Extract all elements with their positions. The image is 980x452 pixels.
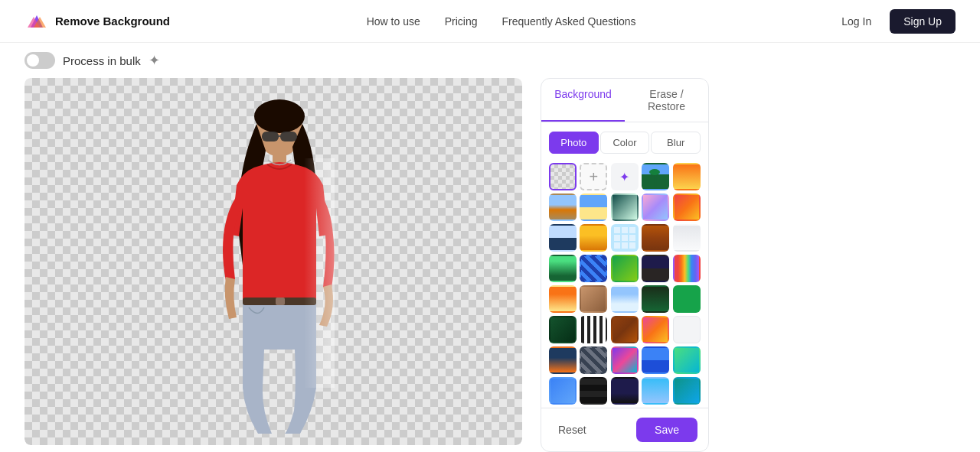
svg-point-1: [254, 99, 305, 133]
thumbnail-tropical-palms[interactable]: [673, 346, 701, 374]
nav-faq[interactable]: Frequently Asked Questions: [502, 15, 636, 28]
thumbnail-desert[interactable]: [580, 224, 607, 252]
signup-button[interactable]: Sign Up: [890, 9, 956, 34]
bg-type-color[interactable]: Color: [600, 132, 650, 154]
bg-type-tabs: Photo Color Blur: [541, 122, 708, 160]
thumbnail-zebra[interactable]: [580, 316, 607, 343]
thumbnail-wood-floor[interactable]: [611, 316, 639, 343]
thumbnail-teal-scene[interactable]: [673, 377, 701, 405]
main-content: Background Erase / Restore Photo Color B…: [0, 78, 980, 452]
thumbnail-dark-stripe[interactable]: [580, 377, 607, 405]
thumbnail-white-bg[interactable]: [673, 316, 701, 343]
thumbnail-cloud[interactable]: [673, 224, 701, 252]
bg-type-blur[interactable]: Blur: [651, 132, 701, 154]
svg-rect-7: [276, 298, 285, 305]
thumbnails-grid: + ✦: [541, 160, 708, 408]
logo[interactable]: Remove Background: [24, 9, 170, 34]
thumbnail-add[interactable]: +: [580, 163, 607, 190]
thumbnail-cloudy-sky[interactable]: [611, 285, 639, 313]
bg-type-photo[interactable]: Photo: [549, 132, 599, 154]
right-panel: Background Erase / Restore Photo Color B…: [541, 78, 709, 452]
panel-tabs: Background Erase / Restore: [541, 79, 708, 122]
thumbnail-green-meadow[interactable]: [673, 285, 701, 313]
thumbnail-city[interactable]: [549, 224, 577, 252]
image-panel: [24, 78, 522, 445]
main-nav: How to use Pricing Frequently Asked Ques…: [367, 15, 636, 28]
toolbar: Process in bulk ✦: [0, 43, 980, 78]
thumbnail-bamboo[interactable]: [549, 255, 577, 282]
thumbnail-sky-blue[interactable]: [642, 377, 669, 405]
bulk-process-label: Process in bulk: [63, 54, 141, 67]
thumbnail-blue-gradient[interactable]: [549, 377, 577, 405]
nav-pricing[interactable]: Pricing: [445, 15, 478, 28]
panel-actions: Reset Save: [541, 408, 708, 451]
sparkle-icon: ✦: [149, 52, 160, 69]
auth-buttons: Log In Sign Up: [832, 9, 956, 34]
person-silhouette: [166, 82, 381, 441]
header: Remove Background How to use Pricing Fre…: [0, 0, 980, 43]
thumbnail-dark-trees[interactable]: [642, 285, 669, 313]
thumbnail-sparkle[interactable]: ✦: [611, 163, 639, 190]
logo-text: Remove Background: [55, 15, 170, 28]
thumbnail-ruins[interactable]: [549, 193, 577, 221]
thumbnail-gradient-pp[interactable]: [642, 193, 669, 221]
thumbnail-sandy[interactable]: [549, 285, 577, 313]
thumbnail-mosaic[interactable]: [580, 255, 607, 282]
subject-image: [24, 78, 522, 445]
thumbnail-ocean[interactable]: [642, 346, 669, 374]
thumbnail-dark-jungle[interactable]: [549, 316, 577, 343]
thumbnail-rainbow[interactable]: [673, 255, 701, 282]
thumbnail-geometric[interactable]: [580, 346, 607, 374]
svg-rect-3: [262, 132, 279, 141]
thumbnail-tropical[interactable]: [611, 255, 639, 282]
thumbnail-pink-art[interactable]: [642, 316, 669, 343]
save-button[interactable]: Save: [636, 418, 697, 442]
svg-rect-8: [304, 158, 335, 388]
tab-background[interactable]: Background: [541, 79, 625, 122]
nav-how-to-use[interactable]: How to use: [367, 15, 420, 28]
thumbnail-transparent[interactable]: [549, 163, 577, 190]
thumbnail-hands[interactable]: [580, 285, 607, 313]
thumbnail-mountain-night[interactable]: [642, 255, 669, 282]
thumbnail-night-scene[interactable]: [611, 377, 639, 405]
svg-rect-4: [280, 132, 297, 141]
thumbnail-wood[interactable]: [642, 224, 669, 252]
thumbnail-palm[interactable]: [642, 163, 669, 190]
reset-button[interactable]: Reset: [552, 419, 593, 441]
login-button[interactable]: Log In: [832, 11, 880, 32]
thumbnail-gradient-ro[interactable]: [673, 193, 701, 221]
thumbnail-waterfall[interactable]: [611, 193, 639, 221]
thumbnail-sunset-1[interactable]: [673, 163, 701, 190]
thumbnail-beach[interactable]: [580, 193, 607, 221]
thumbnail-underwater[interactable]: [611, 346, 639, 374]
thumbnail-grid[interactable]: [611, 224, 639, 252]
toggle-slider[interactable]: [24, 52, 55, 69]
thumbnail-orange-sunset[interactable]: [549, 346, 577, 374]
bulk-process-toggle[interactable]: [24, 52, 55, 69]
tab-erase-restore[interactable]: Erase / Restore: [625, 79, 708, 122]
